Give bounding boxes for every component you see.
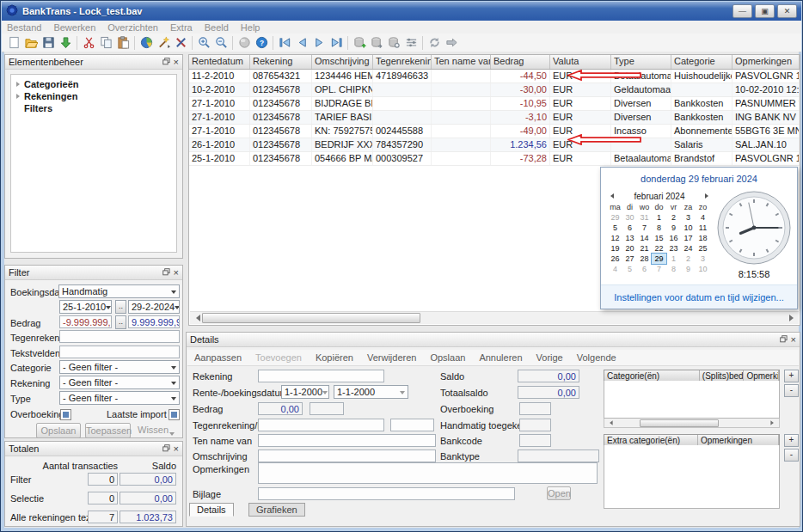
table-horizontal-scrollbar[interactable] — [190, 311, 799, 324]
calendar-day[interactable]: 21 — [637, 243, 652, 254]
calendar-day[interactable]: 23 — [666, 243, 681, 254]
close-button[interactable]: ✕ — [777, 4, 797, 18]
datetime-settings-link[interactable]: Instellingen voor datum en tijd wijzigen… — [614, 292, 784, 303]
calendar-day[interactable]: 25 — [696, 243, 710, 254]
tegenrekening-input[interactable] — [59, 330, 180, 343]
verwijderen-button[interactable]: Verwijderen — [367, 352, 416, 363]
volgende-button[interactable]: Volgende — [577, 352, 616, 363]
rentedatum-select[interactable]: 1-1-2000 — [281, 385, 329, 399]
calendar-day[interactable]: 13 — [622, 233, 637, 243]
minimize-button[interactable]: — — [733, 4, 752, 18]
table-row[interactable]: 27-1-2010012345678BIJDRAGE BETA...-10,95… — [189, 97, 800, 111]
import-download-icon[interactable] — [57, 35, 74, 51]
pie-chart-icon[interactable] — [138, 35, 155, 51]
calendar-day[interactable]: 5 — [622, 264, 637, 274]
calendar-day[interactable]: 30 — [622, 212, 637, 223]
opslaan-filter-button[interactable]: Opslaan — [36, 423, 81, 438]
calendar-day[interactable]: 6 — [622, 223, 637, 233]
calendar-day[interactable]: 10 — [681, 223, 696, 233]
column-header-omschrijving[interactable]: Omschrijving — [312, 55, 373, 69]
scrollbar-thumb[interactable] — [202, 313, 420, 323]
calendar-day[interactable]: 22 — [652, 243, 666, 254]
category-table-scrollbar[interactable] — [604, 419, 780, 428]
column-header-rekening[interactable]: Rekening — [250, 55, 312, 69]
calendar-day[interactable]: 19 — [608, 243, 622, 254]
zoom-out-icon[interactable] — [212, 35, 230, 51]
calendar-day[interactable]: 2 — [666, 212, 681, 223]
banktype-box[interactable] — [518, 449, 599, 462]
overboeking-box[interactable] — [519, 402, 551, 415]
calendar-day[interactable]: 5 — [608, 223, 622, 233]
date-to-select[interactable]: 29-2-2024 — [128, 300, 180, 314]
open-file-icon[interactable] — [22, 35, 40, 51]
overboeking-checkbox[interactable] — [60, 409, 71, 420]
title-bar[interactable]: BankTrans - Lock_test.bav — ▣ ✕ — [2, 2, 801, 21]
float-panel-icon[interactable] — [162, 57, 170, 67]
kopiëren-button[interactable]: Kopiëren — [316, 352, 353, 363]
bedrag-max-input[interactable]: 9.999.999,99 — [128, 315, 180, 328]
add-extra-category-button[interactable]: + — [784, 434, 799, 447]
calendar-day[interactable]: 10 — [696, 264, 710, 274]
table-row[interactable]: 26-1-2010012345678BEDRIJF XXX7843572901.… — [189, 138, 800, 152]
menu-beeld[interactable]: Beeld — [205, 22, 229, 33]
new-document-icon[interactable] — [5, 35, 22, 51]
column-header-opmerkingen[interactable]: Opmerkingen — [733, 55, 800, 69]
wissen-dropdown-icon[interactable] — [169, 432, 175, 438]
column-header-rentedatum[interactable]: Rentedatum — [189, 55, 250, 69]
omschrijving-input[interactable] — [258, 449, 436, 462]
exit-icon[interactable] — [443, 35, 460, 51]
tekstvelden-input[interactable] — [59, 345, 180, 358]
tab-grafieken[interactable]: Grafieken — [248, 503, 305, 517]
rekening-select[interactable]: - Geen filter - — [59, 376, 180, 389]
tree-item-categorieën[interactable]: Categorieën — [13, 78, 175, 90]
float-panel-icon[interactable] — [162, 267, 170, 278]
calendar-day[interactable]: 3 — [681, 212, 696, 223]
calendar-day[interactable]: 29 — [652, 254, 666, 264]
calendar-day[interactable]: 1 — [652, 212, 666, 223]
menu-extra[interactable]: Extra — [170, 22, 193, 33]
copy-icon[interactable] — [97, 35, 114, 51]
calendar-day[interactable]: 1 — [666, 254, 681, 264]
calendar-day[interactable]: 2 — [681, 254, 696, 264]
calendar-day[interactable]: 11 — [696, 223, 710, 233]
calendar-day[interactable]: 3 — [696, 254, 710, 264]
globe-icon[interactable] — [236, 35, 253, 51]
table-row[interactable]: 11-2-20100876543211234446 HEMA D...47189… — [189, 70, 800, 83]
save-icon[interactable] — [40, 35, 57, 51]
aanpassen-button[interactable]: Aanpassen — [194, 352, 242, 363]
nav-first-icon[interactable] — [276, 35, 293, 51]
nav-next-icon[interactable] — [310, 35, 328, 51]
wissen-button[interactable]: Wissen — [138, 423, 167, 438]
previous-month-icon[interactable] — [608, 193, 614, 199]
rekening-input[interactable] — [258, 370, 384, 382]
float-panel-icon[interactable] — [780, 334, 788, 345]
category-table-body[interactable] — [604, 381, 780, 419]
bedrag-range-button[interactable]: .. — [115, 315, 126, 329]
date-range-button[interactable]: .. — [115, 300, 126, 314]
tools-icon[interactable] — [172, 35, 189, 51]
calendar-day[interactable]: 7 — [652, 264, 666, 274]
bedrag-min-input[interactable]: -9.999.999,99 — [59, 315, 112, 328]
categorie-select[interactable]: - Geen filter - — [59, 360, 180, 374]
db-search-icon[interactable] — [385, 35, 402, 51]
paste-icon[interactable] — [114, 35, 132, 51]
calendar-day[interactable]: 29 — [608, 212, 622, 223]
help-icon[interactable]: ? — [253, 35, 270, 51]
cut-icon[interactable] — [80, 35, 97, 51]
nav-last-icon[interactable] — [328, 35, 345, 51]
scroll-right-icon[interactable] — [787, 313, 799, 323]
bijlage-input[interactable] — [258, 487, 515, 500]
scroll-left-icon[interactable] — [190, 313, 202, 323]
calendar-day[interactable]: 31 — [637, 212, 652, 223]
close-panel-icon[interactable]: × — [174, 58, 179, 67]
bic-input[interactable] — [390, 419, 434, 431]
extra-category-table-body[interactable] — [604, 445, 780, 509]
maximize-button[interactable]: ▣ — [755, 4, 775, 18]
calendar-day[interactable]: 9 — [681, 264, 696, 274]
menu-help[interactable]: Help — [241, 22, 261, 33]
next-month-icon[interactable] — [705, 193, 711, 199]
menu-bewerken[interactable]: Bewerken — [53, 22, 95, 33]
calendar-day[interactable]: 17 — [681, 233, 696, 243]
calendar-day[interactable]: 16 — [666, 233, 681, 243]
bedrag-detail-input[interactable]: 0,00 — [258, 402, 303, 415]
